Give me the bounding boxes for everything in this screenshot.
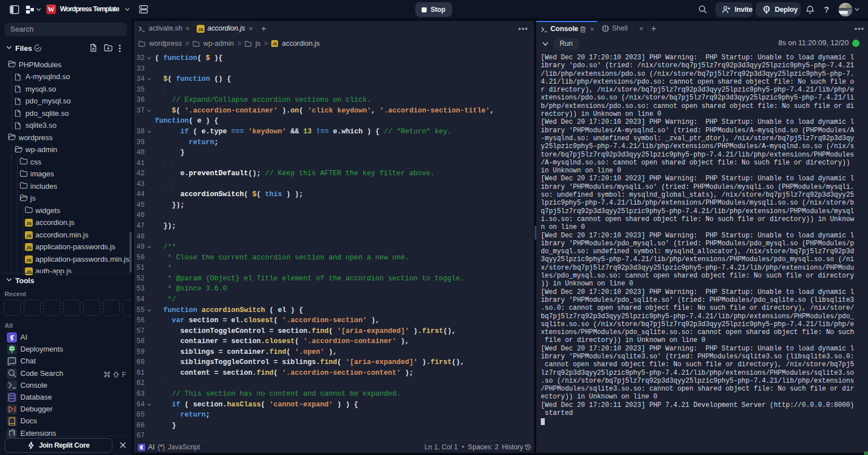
- svg-text:JS: JS: [27, 245, 32, 250]
- svg-text:JS: JS: [272, 42, 277, 46]
- svg-text:JS: JS: [27, 233, 32, 239]
- svg-text:JS: JS: [27, 258, 32, 263]
- svg-text:JS: JS: [27, 270, 32, 275]
- svg-text:JS: JS: [198, 27, 203, 32]
- svg-text:JS: JS: [27, 221, 32, 226]
- svg-text:W: W: [48, 6, 55, 14]
